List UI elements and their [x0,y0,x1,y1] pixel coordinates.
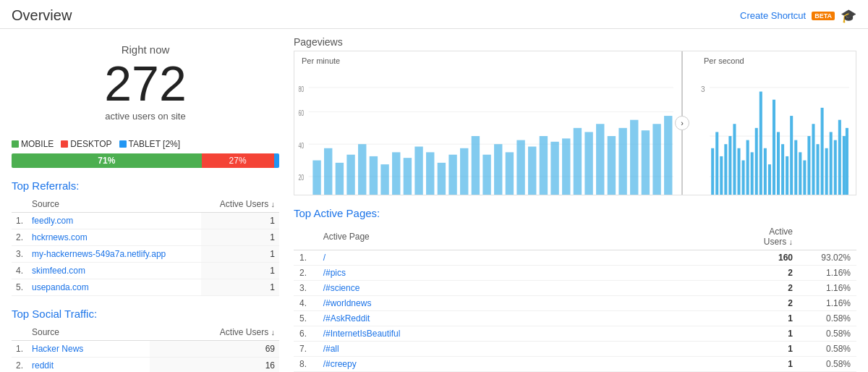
row-num: 2. [294,266,318,281]
right-now-label: Right now [12,43,279,56]
table-row: 2. reddit 16 [12,358,279,373]
row-page[interactable]: /#AskReddit [318,311,755,326]
mobile-dot [12,140,19,148]
svg-rect-15 [392,152,400,195]
svg-rect-63 [768,164,771,195]
legend-desktop: DESKTOP [61,139,111,149]
main-content: Right now 272 active users on site MOBIL… [0,29,868,372]
svg-rect-10 [336,163,344,195]
row-pct: 0.58% [799,357,856,372]
social-col-users: Active Users ↓ [150,324,279,341]
table-row: 4. /#worldnews 2 1.16% [294,296,856,311]
table-row: 2. hckrnews.com 1 [12,229,279,246]
svg-rect-71 [803,161,806,195]
pages-title: Top Active Pages: [294,207,856,219]
svg-rect-62 [764,148,767,195]
chart-section: Pageviews Per minute 80 60 40 20 [294,36,856,195]
svg-rect-21 [460,148,468,195]
per-second-label: Per second [699,54,853,67]
referrals-col-source: Source [27,196,201,213]
row-page[interactable]: /#worldnews [318,296,755,311]
row-source[interactable]: reddit [27,358,150,373]
row-num: 4. [12,263,27,279]
table-row: 1. Hacker News 69 [12,341,279,358]
svg-rect-79 [838,120,841,195]
pages-table: Active Page Active Users ↓ 1. / 160 93.0… [294,224,856,372]
row-source[interactable]: my-hackernews-549a7a.netlify.app [27,246,201,263]
svg-rect-30 [562,138,570,195]
svg-rect-80 [843,136,846,195]
svg-rect-31 [574,128,582,195]
row-page[interactable]: /#creepy [318,357,755,372]
svg-rect-22 [472,136,480,195]
mobile-pct: 71% [98,156,115,166]
table-row: 8. /#creepy 1 0.58% [294,357,856,372]
row-source[interactable]: skimfeed.com [27,263,201,279]
referrals-col-users: Active Users ↓ [201,196,279,213]
chart-divider: › [682,51,697,195]
svg-rect-72 [807,136,810,195]
right-now-section: Right now 272 active users on site [12,36,279,132]
row-source[interactable]: hckrnews.com [27,229,201,246]
svg-text:-26 min: -26 min [328,194,346,195]
svg-rect-27 [528,147,536,195]
row-num: 2. [12,229,27,246]
row-page[interactable]: /#science [318,281,755,296]
device-legend: MOBILE DESKTOP TABLET [2%] [12,139,279,149]
tablet-dot [119,140,127,148]
sort-arrow-pages: ↓ [789,237,793,246]
pages-col-users: Active Users ↓ [755,224,799,250]
svg-text:-6 min: -6 min [586,194,600,195]
svg-rect-26 [516,140,524,195]
chart-title: Pageviews [294,36,856,48]
row-count: 1 [201,246,279,263]
row-page[interactable]: /#pics [318,266,755,281]
svg-rect-65 [777,132,780,195]
svg-rect-69 [794,140,797,195]
row-num: 1. [12,213,27,229]
row-count: 2 [755,296,799,311]
create-shortcut-link[interactable]: Create Shortcut [740,10,806,21]
table-row: 1. feedly.com 1 [12,213,279,229]
svg-rect-57 [742,161,745,195]
row-page[interactable]: /#all [318,342,755,357]
referrals-title: Top Referrals: [12,179,279,192]
svg-text:-11 min: -11 min [522,194,539,195]
desktop-pct: 27% [229,156,247,166]
row-count: 1 [755,311,799,326]
table-row: 4. skimfeed.com 1 [12,263,279,279]
table-row: 2. /#pics 2 1.16% [294,266,856,281]
row-source[interactable]: usepanda.com [27,279,201,296]
chart-expand-button[interactable]: › [675,116,689,130]
mobile-label: MOBILE [21,139,54,149]
table-row: 1. / 160 93.02% [294,250,856,266]
row-source[interactable]: feedly.com [27,213,201,229]
table-row: 7. /#all 1 0.58% [294,342,856,357]
svg-rect-77 [830,132,833,195]
table-row: 5. usepanda.com 1 [12,279,279,296]
row-pct: 1.16% [799,266,856,281]
row-count: 69 [150,341,279,358]
row-num: 7. [294,342,318,357]
svg-rect-35 [618,128,626,195]
svg-rect-24 [494,144,502,195]
svg-text:40: 40 [298,141,304,150]
svg-rect-14 [380,164,388,195]
row-pct: 1.16% [799,296,856,311]
row-count: 1 [755,342,799,357]
row-count: 1 [201,229,279,246]
svg-rect-81 [846,128,848,195]
social-col-num [12,324,27,341]
svg-rect-23 [482,155,490,195]
table-row: 3. my-hackernews-549a7a.netlify.app 1 [12,246,279,263]
svg-rect-38 [652,124,660,195]
legend-tablet: TABLET [2%] [119,139,181,149]
svg-rect-18 [426,152,434,195]
row-page[interactable]: /#InternetIsBeautiful [318,326,755,342]
per-minute-svg: 80 60 40 20 [297,67,678,195]
row-source[interactable]: Hacker News [27,341,150,358]
svg-rect-60 [755,128,758,195]
tablet-label: TABLET [2%] [129,139,181,149]
row-count: 1 [755,357,799,372]
row-page[interactable]: / [318,250,755,266]
